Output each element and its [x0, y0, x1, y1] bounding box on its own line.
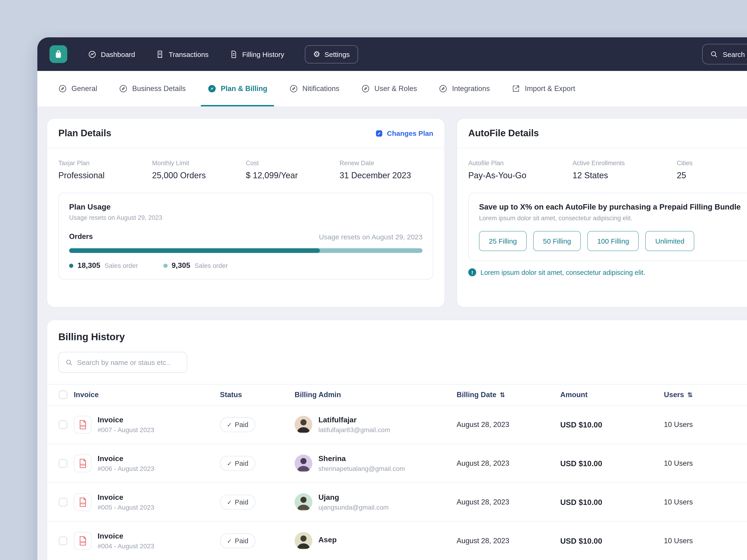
admin-email: sherinapetualang@gmail.com — [318, 465, 405, 472]
tab-business-details[interactable]: Business Details — [119, 71, 186, 106]
dashboard-icon — [88, 50, 97, 59]
svg-text:PDF: PDF — [80, 463, 86, 466]
navbar-search-text: Search — [723, 50, 745, 58]
usage-meter-label: Orders — [69, 232, 93, 241]
table-row[interactable]: PDF Invoice #006 - August 2023 ✓Paid — [47, 444, 747, 483]
filling-option-50[interactable]: 50 Filling — [533, 231, 581, 251]
column-billing-admin: Billing Admin — [294, 391, 457, 399]
gear-icon: ⚙ — [313, 50, 320, 58]
table-row[interactable]: PDF Invoice #004 - August 2023 ✓Paid — [47, 522, 747, 560]
tab-nitifications[interactable]: Nitifications — [289, 71, 339, 106]
changes-plan-button[interactable]: Changes Plan — [375, 129, 433, 137]
nav-item-label: Dashboard — [101, 50, 135, 58]
avatar — [294, 416, 312, 433]
autofile-field: Active Enrollments 12 States — [573, 160, 677, 181]
plan-field: Renew Date 31 December 2023 — [340, 160, 434, 181]
search-icon — [65, 358, 73, 366]
tab-label: General — [72, 84, 97, 93]
billing-search[interactable] — [58, 352, 187, 373]
invoice-number: #006 - August 2023 — [98, 465, 154, 472]
autofile-field: Autofile Plan Pay-As-You-Go — [468, 160, 573, 181]
navbar-search[interactable]: Search — [702, 44, 747, 64]
nav-item-label: Filling History — [242, 50, 284, 58]
filling-option-100[interactable]: 100 Filling — [587, 231, 639, 251]
filling-option-unlimited[interactable]: Unlimited — [645, 231, 694, 251]
tab-label: Nitifications — [302, 84, 339, 93]
check-icon: ✓ — [227, 460, 232, 467]
external-link-icon — [511, 84, 520, 93]
tab-user-roles[interactable]: User & Roles — [361, 71, 417, 106]
nav-item-filling-history[interactable]: Filling History — [229, 50, 284, 59]
status-badge: ✓Paid — [220, 533, 255, 548]
check-icon: ✓ — [227, 499, 232, 506]
tab-label: Business Details — [132, 84, 186, 93]
amount: USD $10.00 — [560, 420, 664, 429]
autofile-field: Cities 25 — [677, 160, 747, 181]
billing-date: August 28, 2023 — [457, 537, 560, 545]
edit-circle-icon — [289, 84, 298, 93]
search-icon — [710, 50, 718, 58]
select-all-checkbox[interactable] — [59, 391, 67, 399]
tab-import-export[interactable]: Import & Export — [511, 71, 575, 106]
pdf-icon[interactable]: PDF — [74, 493, 92, 511]
invoice-title: Invoice — [98, 532, 154, 540]
column-billing-date: Billing Date ⇅ — [457, 391, 560, 399]
nav-item-transactions[interactable]: Transactions — [156, 50, 209, 59]
tab-label: User & Roles — [375, 84, 417, 93]
sort-icon[interactable]: ⇅ — [500, 391, 505, 399]
billing-history-card: Billing History Invoice Status Billing A… — [47, 320, 747, 560]
table-row[interactable]: PDF Invoice #005 - August 2023 ✓Paid — [47, 483, 747, 522]
nav-item-settings[interactable]: ⚙ Settings — [305, 45, 358, 63]
status-badge: ✓Paid — [220, 417, 255, 432]
plan-usage-panel: Plan Usage Usage resets on August 29, 20… — [58, 193, 433, 279]
app-logo[interactable] — [50, 45, 67, 63]
column-status: Status — [220, 391, 294, 399]
pdf-icon[interactable]: PDF — [74, 416, 92, 433]
sort-icon[interactable]: ⇅ — [687, 391, 693, 399]
plan-field: Cost $ 12,099/Year — [246, 160, 340, 181]
top-navbar: Dashboard Transactions Filling History ⚙… — [37, 37, 747, 71]
billing-search-input[interactable] — [77, 358, 175, 366]
edit-square-icon — [375, 129, 383, 137]
promo-subtitle: Lorem ipsum dolor sit amet, consectetur … — [479, 215, 747, 222]
billing-date: August 28, 2023 — [457, 498, 560, 506]
row-checkbox[interactable] — [59, 459, 67, 468]
admin-name: Sherina — [318, 455, 405, 463]
check-icon: ✓ — [227, 421, 232, 428]
tab-general[interactable]: General — [58, 71, 97, 106]
tab-integrations[interactable]: Integrations — [438, 71, 490, 106]
amount: USD $10.00 — [560, 459, 664, 468]
billing-date: August 28, 2023 — [457, 459, 560, 468]
invoice-title: Invoice — [98, 416, 154, 424]
app-logo-icon — [54, 50, 63, 59]
legend-dot-light — [163, 263, 168, 268]
row-checkbox[interactable] — [59, 421, 67, 429]
row-checkbox[interactable] — [59, 537, 67, 545]
pdf-icon[interactable]: PDF — [74, 455, 92, 472]
autofile-details-card: AutoFile Details Autofile Plan Pay-As-Yo… — [457, 118, 747, 308]
table-row[interactable]: PDF Invoice #007 - August 2023 ✓Paid — [47, 405, 747, 444]
filling-option-25[interactable]: 25 Filling — [479, 231, 526, 251]
invoice-title: Invoice — [98, 455, 154, 463]
check-icon: ✓ — [227, 537, 232, 544]
plan-details-title: Plan Details — [58, 128, 111, 139]
autofile-note: ! Lorem ipsum dolor sit amet, consectetu… — [468, 268, 747, 276]
tab-plan-billing[interactable]: Plan & Billing — [207, 71, 267, 106]
edit-circle-icon — [361, 84, 370, 93]
admin-name: Ujang — [318, 493, 389, 502]
invoice-number: #007 - August 2023 — [98, 426, 154, 433]
tab-label: Plan & Billing — [221, 84, 267, 93]
page: Dashboard Transactions Filling History ⚙… — [0, 0, 747, 560]
settings-tabbar: General Business Details Plan & Billing … — [37, 71, 747, 106]
status-badge: ✓Paid — [220, 456, 255, 471]
amount: USD $10.00 — [560, 536, 664, 545]
usage-legend-used: 18,305 Sales order — [69, 261, 138, 270]
invoice-number: #004 - August 2023 — [98, 542, 154, 550]
autofile-note-text: Lorem ipsum dolor sit amet, consectetur … — [481, 269, 645, 276]
column-invoice: Invoice — [74, 391, 220, 399]
nav-item-dashboard[interactable]: Dashboard — [88, 50, 135, 59]
app-window: Dashboard Transactions Filling History ⚙… — [37, 37, 747, 560]
nav-item-label: Settings — [325, 50, 350, 58]
pdf-icon[interactable]: PDF — [74, 532, 92, 550]
row-checkbox[interactable] — [59, 498, 67, 506]
